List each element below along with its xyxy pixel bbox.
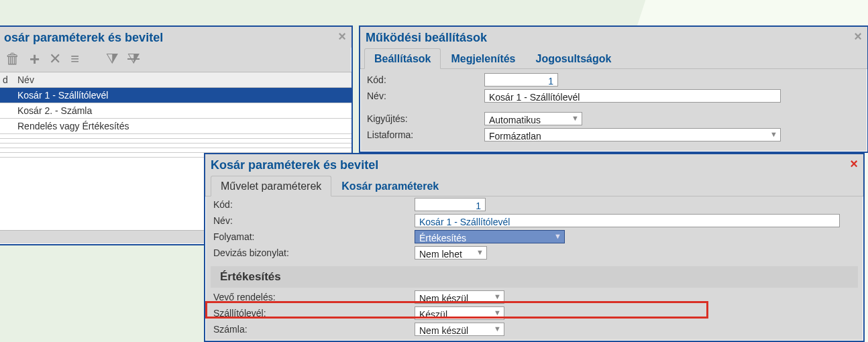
label-vevo: Vevő rendelés: — [213, 292, 415, 302]
panel-b-body: Kód: 1 Név: Kosár 1 - Szállítólevél Kigy… — [360, 69, 867, 147]
panel-a-titlebar: osár paraméterek és bevitel × — [0, 27, 351, 48]
list-header: d Név — [0, 72, 351, 88]
panel-b-title: Működési beállítások — [366, 31, 487, 45]
field-szamla[interactable]: Nem készül ▼ — [415, 323, 504, 336]
panel-b-tabs: Beállítások Megjelenítés Jogosultságok — [360, 48, 867, 69]
field-kigy[interactable]: Automatikus ▼ — [484, 112, 582, 125]
field-kod[interactable]: 1 — [415, 198, 486, 211]
chevron-down-icon: ▼ — [770, 127, 777, 141]
label-folyamat: Folyamat: — [213, 231, 415, 242]
chevron-down-icon: ▼ — [494, 322, 501, 335]
label-szamla: Számla: — [213, 324, 415, 335]
field-nev[interactable]: Kosár 1 - Szállítólevél — [484, 89, 781, 103]
tab-op-params[interactable]: Művelet paraméterek — [211, 176, 331, 196]
field-devizas[interactable]: Nem lehet ▼ — [415, 246, 487, 260]
list-row — [0, 144, 351, 148]
tools-icon[interactable]: ✕ — [49, 52, 61, 66]
panel-settings: Működési beállítások × Beállítások Megje… — [359, 25, 868, 153]
list-row — [0, 148, 351, 153]
plus-icon[interactable]: + — [30, 50, 40, 68]
row-name: Kosár 1 - Szállítólevél — [17, 90, 347, 101]
row-lista: Listaforma: Formázatlan ▼ — [367, 127, 861, 143]
list-row[interactable]: Kosár 1 - Szállítólevél — [0, 88, 351, 103]
col-name[interactable]: Név — [17, 74, 347, 85]
field-lista[interactable]: Formázatlan ▼ — [484, 128, 781, 141]
close-icon[interactable]: × — [854, 30, 862, 43]
tab-permissions[interactable]: Jogosultságok — [526, 48, 622, 69]
filter-icon[interactable]: ⧩ — [106, 52, 118, 66]
list-row — [0, 139, 351, 144]
list-row — [0, 134, 351, 139]
row-name: Kosár 2. - Számla — [17, 105, 347, 116]
row-nev: Név: Kosár 1 - Szállítólevél — [205, 213, 863, 229]
close-icon[interactable]: × — [338, 30, 346, 43]
row-folyamat: Folyamat: Értékesítés ▼ — [205, 229, 863, 245]
label-nev: Név: — [213, 215, 415, 226]
field-vevo[interactable]: Nem készül ▼ — [415, 290, 504, 304]
chevron-down-icon: ▼ — [494, 290, 501, 303]
panel-c-tabs: Művelet paraméterek Kosár paraméterek — [205, 175, 863, 196]
field-szallitolevel[interactable]: Készül ▼ — [415, 306, 504, 320]
panel-c-title: Kosár paraméterek és bevitel — [211, 158, 378, 172]
tab-settings[interactable]: Beállítások — [364, 48, 441, 69]
panel-basket-params: Kosár paraméterek és bevitel × Művelet p… — [204, 153, 865, 342]
label-devizas: Devizás bizonylat: — [213, 247, 415, 258]
row-kod: Kód: 1 — [367, 72, 861, 88]
panel-a-toolbar: 🗑 + ✕ ≡ ⧩ ⧩ — [0, 48, 351, 72]
filter-clear-icon[interactable]: ⧩ — [127, 52, 140, 66]
row-szamla: Számla: Nem készül ▼ — [205, 321, 863, 337]
tab-basket-params[interactable]: Kosár paraméterek — [331, 176, 449, 196]
panel-b-titlebar: Működési beállítások × — [360, 27, 867, 48]
panel-a-title: osár paraméterek és bevitel — [4, 31, 163, 45]
label-kod: Kód: — [367, 74, 484, 85]
row-kod: Kód: 1 — [205, 196, 863, 213]
field-kod[interactable]: 1 — [484, 73, 558, 87]
row-vevo: Vevő rendelés: Nem készül ▼ — [205, 289, 863, 305]
list-row[interactable]: Kosár 2. - Számla — [0, 103, 351, 119]
row-szallitolevel: Szállítólevél: Készül ▼ — [205, 305, 863, 321]
chevron-down-icon: ▼ — [494, 306, 501, 319]
field-folyamat[interactable]: Értékesítés ▼ — [415, 230, 565, 243]
field-nev[interactable]: Kosár 1 - Szállítólevél — [415, 214, 840, 227]
section-heading: Értékesítés — [211, 266, 858, 288]
label-kod: Kód: — [213, 199, 415, 210]
label-nev: Név: — [367, 91, 484, 101]
tab-display[interactable]: Megjelenítés — [441, 48, 525, 69]
col-id[interactable]: d — [3, 74, 17, 85]
list-icon[interactable]: ≡ — [70, 52, 79, 66]
list-row[interactable]: Rendelés vagy Értékesítés — [0, 119, 351, 134]
chevron-down-icon: ▼ — [476, 245, 484, 259]
close-icon[interactable]: × — [850, 157, 858, 170]
chevron-down-icon: ▼ — [572, 111, 579, 125]
label-lista: Listaforma: — [367, 129, 484, 140]
trash-icon[interactable]: 🗑 — [5, 52, 20, 66]
label-kigy: Kigyűjtés: — [367, 113, 484, 124]
row-nev: Név: Kosár 1 - Szállítólevél — [367, 88, 861, 104]
row-kigy: Kigyűjtés: Automatikus ▼ — [367, 111, 861, 127]
panel-c-body: Kód: 1 Név: Kosár 1 - Szállítólevél Foly… — [205, 196, 863, 337]
label-szallitolevel: Szállítólevél: — [213, 308, 415, 319]
row-name: Rendelés vagy Értékesítés — [17, 121, 347, 131]
chevron-down-icon: ▼ — [554, 229, 561, 243]
panel-c-titlebar: Kosár paraméterek és bevitel × — [205, 154, 863, 175]
row-devizas: Devizás bizonylat: Nem lehet ▼ — [205, 245, 863, 261]
